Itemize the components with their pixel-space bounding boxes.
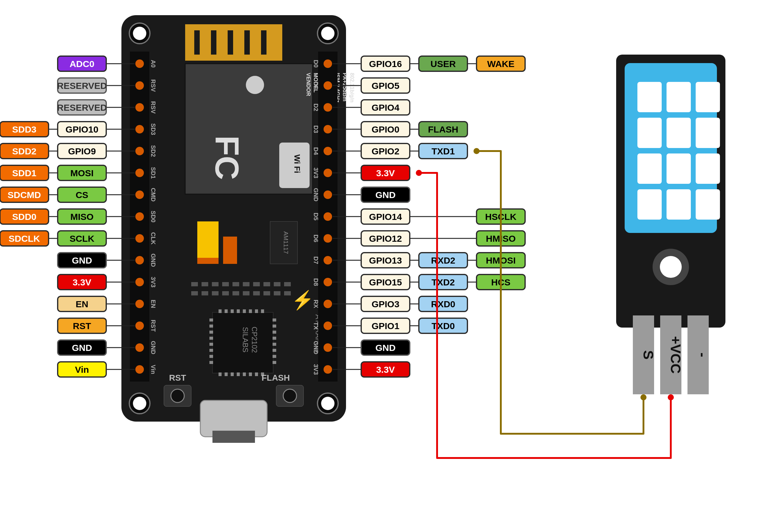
svg-rect-45	[222, 291, 229, 295]
svg-text:GPIO16: GPIO16	[369, 59, 402, 69]
svg-text:SDCLK: SDCLK	[8, 234, 40, 243]
svg-rect-83	[261, 309, 264, 313]
pin-label-sdd0: SDD0	[0, 209, 49, 224]
svg-text:GPIO0: GPIO0	[371, 124, 399, 135]
pin-label-miso: MISO	[58, 209, 106, 224]
svg-rect-82	[273, 355, 276, 358]
svg-text:GND: GND	[375, 343, 396, 353]
svg-rect-49	[263, 291, 270, 295]
svg-point-102	[135, 103, 144, 112]
svg-text:RXD0: RXD0	[431, 299, 455, 309]
svg-text:ADC0: ADC0	[69, 59, 94, 69]
svg-rect-319	[696, 189, 720, 219]
svg-text:FC: FC	[208, 136, 246, 180]
svg-point-124	[135, 343, 144, 352]
svg-text:GPIO15: GPIO15	[369, 277, 402, 287]
svg-text:3V3: 3V3	[313, 168, 319, 178]
svg-text:FLASH: FLASH	[262, 373, 290, 382]
svg-rect-11	[211, 30, 217, 55]
svg-point-106	[135, 147, 144, 155]
svg-text:D7: D7	[313, 256, 319, 264]
svg-text:3.3V: 3.3V	[376, 168, 395, 178]
svg-rect-73	[209, 343, 213, 346]
pin-label-cs: CS	[58, 187, 106, 202]
svg-text:D6: D6	[313, 234, 319, 242]
pin-label-flash: FLASH	[419, 122, 468, 137]
svg-point-114	[135, 234, 144, 243]
svg-rect-62	[273, 325, 276, 328]
pin-label-sdd3: SDD3	[0, 122, 49, 137]
pin-label-reserved: RESERVED	[57, 100, 107, 115]
svg-text:CLK: CLK	[150, 232, 157, 245]
svg-text:SCLK: SCLK	[69, 234, 94, 243]
svg-rect-80	[255, 373, 258, 376]
svg-rect-63	[231, 309, 234, 313]
svg-rect-312	[667, 118, 691, 148]
svg-point-110	[135, 190, 144, 199]
svg-rect-37	[243, 282, 250, 286]
pin-label-gpio3: GPIO3	[361, 296, 410, 312]
pin-label-gpio0: GPIO0	[361, 122, 410, 137]
svg-rect-308	[637, 82, 662, 112]
svg-text:SD0: SD0	[150, 211, 157, 223]
svg-rect-42	[191, 291, 198, 295]
sensor-leg-label-+VCC: +VCC	[668, 336, 683, 374]
svg-text:AM1117: AM1117	[283, 231, 289, 254]
svg-rect-64	[231, 373, 234, 376]
pin-label-gpio10: GPIO10	[58, 122, 106, 137]
svg-rect-32	[191, 282, 198, 286]
svg-point-145	[324, 234, 332, 243]
svg-text:A0: A0	[150, 60, 157, 68]
svg-rect-310	[696, 82, 720, 112]
nodemcu-board: VENDORMODELESP8266MODAI-THINKERISM 2.4GH…	[121, 15, 355, 443]
svg-text:RX: RX	[313, 300, 319, 308]
svg-point-98	[135, 59, 144, 68]
svg-text:VENDOR: VENDOR	[305, 73, 311, 96]
svg-rect-79	[255, 309, 258, 313]
svg-rect-77	[209, 349, 213, 352]
svg-rect-317	[637, 189, 662, 219]
svg-text:TXD0: TXD0	[431, 321, 455, 331]
svg-rect-29	[197, 221, 219, 264]
svg-rect-67	[237, 309, 240, 313]
svg-point-122	[135, 322, 144, 330]
pin-label-sdd2: SDD2	[0, 144, 49, 159]
svg-point-147	[324, 256, 332, 265]
svg-rect-311	[637, 118, 662, 148]
svg-rect-60	[225, 373, 228, 376]
svg-rect-75	[249, 309, 252, 313]
pin-label-rst: RST	[58, 318, 106, 333]
svg-rect-40	[274, 282, 280, 286]
svg-point-322	[474, 148, 480, 154]
svg-rect-316	[696, 153, 720, 184]
svg-point-24	[246, 76, 264, 94]
svg-text:EN: EN	[76, 299, 88, 309]
pin-label-gpio2: GPIO2	[361, 144, 410, 159]
pin-label-gpio9: GPIO9	[58, 144, 106, 159]
svg-text:GPIO9: GPIO9	[68, 146, 96, 156]
svg-text:PA+25dBm: PA+25dBm	[342, 73, 348, 101]
svg-text:GPIO1: GPIO1	[371, 321, 399, 331]
svg-rect-65	[209, 331, 213, 334]
svg-point-120	[135, 300, 144, 308]
svg-point-141	[324, 190, 332, 199]
svg-point-153	[324, 322, 332, 330]
svg-text:MOSI: MOSI	[71, 168, 94, 178]
svg-rect-38	[253, 282, 260, 286]
svg-rect-61	[209, 325, 213, 328]
svg-text:⚡: ⚡	[291, 289, 314, 311]
svg-point-8	[321, 397, 335, 410]
svg-rect-85	[209, 361, 213, 364]
pin-label-txd1: TXD1	[419, 144, 468, 159]
svg-text:GPIO10: GPIO10	[65, 124, 99, 135]
pin-label-gnd: GND	[361, 187, 410, 202]
svg-text:SD1: SD1	[150, 167, 157, 179]
svg-text:RESERVED: RESERVED	[57, 102, 107, 113]
pin-label-en: EN	[58, 296, 106, 312]
sensor-leg-label--: -	[695, 352, 711, 357]
svg-text:USER: USER	[430, 59, 456, 69]
svg-text:FLASH: FLASH	[428, 124, 458, 135]
svg-rect-66	[273, 331, 276, 334]
svg-text:GPIO13: GPIO13	[369, 256, 402, 265]
svg-text:RST: RST	[150, 320, 157, 332]
